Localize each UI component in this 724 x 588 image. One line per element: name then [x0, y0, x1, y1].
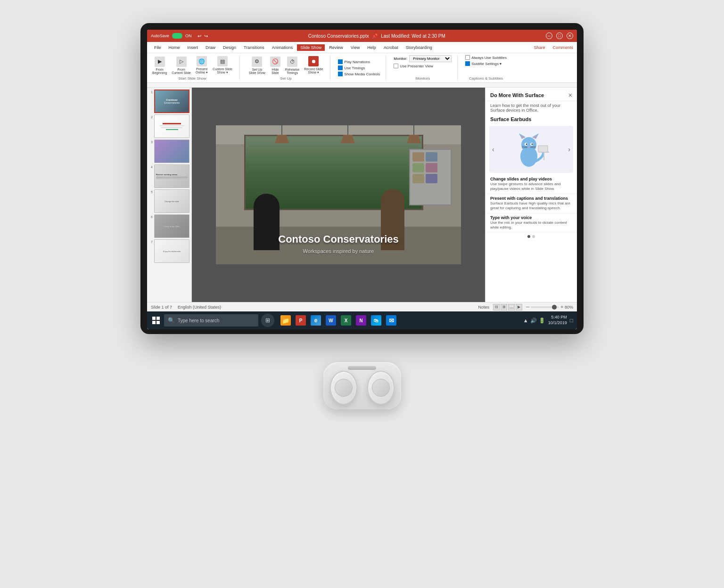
network-icon[interactable]: ▲: [523, 318, 528, 324]
windows-start-button[interactable]: [151, 315, 161, 326]
tab-view[interactable]: View: [347, 44, 363, 51]
dot-1[interactable]: [527, 235, 530, 238]
present-online-button[interactable]: 🌐 PresentOnline ▾: [194, 55, 209, 75]
from-beginning-button[interactable]: ▶ FromBeginning: [151, 56, 168, 75]
panel-close-button[interactable]: ×: [568, 91, 572, 99]
ribbon-group-captions: Always Use Subtitles Subtitle Settings ▾…: [465, 55, 512, 81]
record-icon: ⏺: [308, 56, 319, 66]
svg-point-8: [526, 144, 527, 145]
minimize-button[interactable]: ─: [546, 33, 552, 39]
slide-thumb-5[interactable]: 5 Change this slide: [149, 189, 189, 213]
volume-icon[interactable]: 🔊: [530, 318, 537, 324]
use-timings-checkbox[interactable]: Use Timings: [338, 65, 380, 70]
tab-storyboarding[interactable]: Storyboarding: [403, 44, 436, 51]
ribbon-group-checkboxes: Play Narrations Use Timings Show Media C…: [338, 55, 386, 81]
monitor-row: Monitor: Primary Monitor: [394, 55, 452, 62]
task-view-button[interactable]: ⊞: [261, 314, 274, 327]
notification-button[interactable]: □: [570, 317, 573, 324]
tab-help[interactable]: Help: [364, 44, 379, 51]
zoom-in-btn[interactable]: +: [560, 304, 563, 310]
taskbar-app-word[interactable]: W: [324, 314, 337, 327]
zoom-slider[interactable]: [531, 306, 559, 308]
panel-title: Do More With Surface: [490, 92, 544, 98]
search-placeholder: Type here to search: [178, 318, 219, 323]
custom-slideshow-button[interactable]: ▤ Custom SlideShow ▾: [211, 55, 234, 75]
hide-slide-button[interactable]: 🚫 HideSlide: [269, 56, 282, 75]
dot-2[interactable]: [532, 235, 535, 238]
main-canvas[interactable]: Contoso Conservatories Workspaces inspir…: [192, 88, 485, 302]
task-view-icon: ⊞: [265, 317, 270, 324]
slide-sorter-btn[interactable]: ⊞: [501, 304, 507, 310]
reading-view-btn[interactable]: 📖: [508, 304, 515, 310]
taskbar-app-powerpoint[interactable]: P: [294, 314, 307, 327]
ruler: [147, 83, 577, 88]
feature-title-2: Present with captions and translations: [490, 196, 572, 201]
slide-panel[interactable]: 1 Contoso Conservatories 2: [147, 88, 192, 302]
slide-info: Slide 1 of 7: [151, 305, 172, 310]
taskbar-app-mail[interactable]: ✉: [385, 314, 398, 327]
tab-design[interactable]: Design: [220, 44, 239, 51]
tab-home[interactable]: Home: [165, 44, 183, 51]
tab-slideshow[interactable]: Slide Show: [297, 44, 325, 51]
tab-acrobat[interactable]: Acrobat: [380, 44, 402, 51]
from-current-button[interactable]: ▷ FromCurrent Slide: [170, 56, 192, 75]
carousel-left-arrow[interactable]: ‹: [490, 144, 496, 155]
taskbar-search-box[interactable]: 🔍 Type here to search: [164, 314, 258, 327]
record-slideshow-button[interactable]: ⏺ Record SlideShow ▾: [303, 55, 324, 75]
taskbar-app-onenote[interactable]: N: [354, 314, 368, 327]
redo-icon[interactable]: ↪: [204, 33, 208, 39]
slide-thumb-1[interactable]: 1 Contoso Conservatories: [149, 90, 189, 113]
rehearse-button[interactable]: ⏱ RehearseTimings: [284, 56, 301, 75]
feature-desc-2: Surface Earbuds have high quality mics t…: [490, 201, 572, 211]
tab-insert[interactable]: Insert: [184, 44, 202, 51]
setup-slideshow-button[interactable]: ⚙ Set UpSlide Show: [247, 56, 267, 75]
taskbar-app-excel[interactable]: X: [339, 314, 353, 327]
slide-preview-4: Reserve meeting rooms: [154, 164, 189, 188]
slide-preview-6: Focus at the office: [154, 214, 189, 238]
slide-num-2: 2: [149, 115, 153, 119]
zoom-out-btn[interactable]: ─: [526, 304, 529, 310]
autosave-label: AutoSave: [151, 33, 169, 38]
earbuds-case: [323, 362, 401, 409]
undo-icon[interactable]: ↩: [197, 33, 201, 39]
slideshow-view-btn[interactable]: ▶: [516, 304, 522, 310]
comments-button[interactable]: Comments: [552, 45, 573, 50]
slide-thumb-6[interactable]: 6 Focus at the office: [149, 214, 189, 238]
presenter-view-checkbox[interactable]: Use Presenter View: [394, 64, 452, 68]
taskbar-app-edge[interactable]: e: [309, 314, 322, 327]
maximize-button[interactable]: □: [556, 33, 563, 39]
tab-draw[interactable]: Draw: [202, 44, 219, 51]
side-panel: Do More With Surface × Learn how to get …: [485, 88, 577, 302]
tab-file[interactable]: File: [151, 44, 165, 51]
carousel-right-arrow[interactable]: ›: [566, 144, 572, 155]
filename: Contoso Conservatories.pptx: [308, 33, 369, 39]
close-button[interactable]: ✕: [567, 33, 573, 39]
subtitle-settings-checkbox[interactable]: Subtitle Settings ▾: [465, 61, 507, 66]
share-button[interactable]: Share: [534, 45, 545, 50]
tab-review[interactable]: Review: [326, 44, 346, 51]
play-checkboxes: Play Narrations Use Timings Show Media C…: [338, 59, 380, 76]
slide-thumb-3[interactable]: 3: [149, 139, 189, 163]
workspace: 1 Contoso Conservatories 2: [147, 88, 577, 302]
title-bar-left: AutoSave ON ↩ ↪: [151, 33, 208, 39]
group-title-captions: Captions & Subtitles: [469, 76, 503, 81]
play-narrations-checkbox[interactable]: Play Narrations: [338, 59, 380, 64]
tab-transitions[interactable]: Transitions: [240, 44, 268, 51]
taskbar-app-explorer[interactable]: 📁: [279, 314, 292, 327]
monitor-select[interactable]: Primary Monitor: [409, 55, 452, 62]
autosave-toggle[interactable]: [172, 33, 182, 39]
status-right: Notes ⊟ ⊞ 📖 ▶ ─ + 80%: [478, 304, 573, 310]
battery-icon[interactable]: 🔋: [539, 318, 545, 324]
tab-animations[interactable]: Animations: [269, 44, 296, 51]
group-title-setup: Set Up: [280, 76, 291, 81]
ribbon-tabs: File Home Insert Draw Design Transitions…: [147, 42, 577, 53]
slide-thumb-2[interactable]: 2: [149, 114, 189, 138]
slide-thumb-7[interactable]: 7 Enjoy the kitchenette: [149, 239, 189, 263]
slide-thumb-4[interactable]: 4 Reserve meeting rooms: [149, 164, 189, 188]
normal-view-btn[interactable]: ⊟: [493, 304, 500, 310]
notes-button[interactable]: Notes: [478, 305, 490, 310]
taskbar-clock[interactable]: 5:40 PM 10/1/2019: [548, 315, 567, 326]
taskbar-app-store[interactable]: 🛍: [370, 314, 383, 327]
always-subtitles-checkbox[interactable]: Always Use Subtitles: [465, 55, 507, 60]
show-media-checkbox[interactable]: Show Media Controls: [338, 72, 380, 76]
